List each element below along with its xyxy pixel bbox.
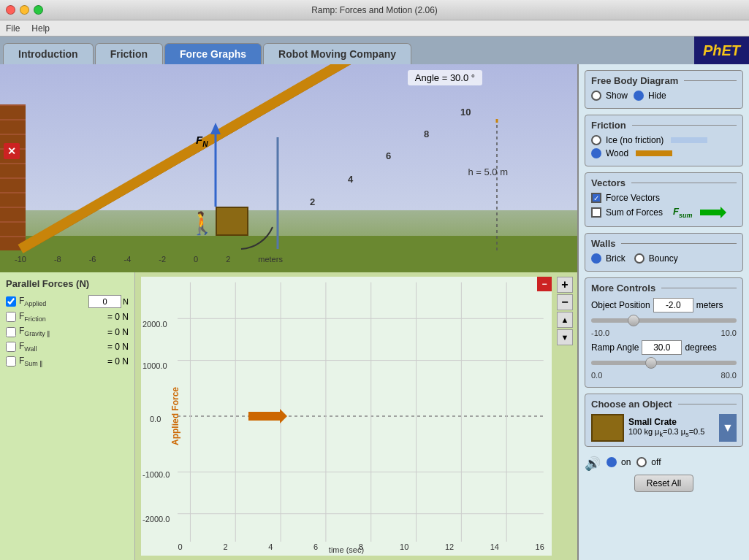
- x-label-0: 0: [194, 255, 198, 264]
- red-x-button[interactable]: ✕: [4, 143, 20, 159]
- object-position-slider-track[interactable]: [591, 318, 737, 323]
- sound-on-radio[interactable]: [607, 457, 617, 467]
- window-title: Ramp: Forces and Motion (2.06): [311, 5, 438, 15]
- object-info: Small Crate 100 kg μk=0.3 μs=0.5: [628, 417, 715, 438]
- x-label-16: 16: [536, 542, 544, 551]
- sum-of-forces-checkbox[interactable]: [591, 207, 601, 218]
- y-label-1000: 1000.0: [142, 361, 167, 370]
- free-body-show-row: Show: [591, 91, 628, 101]
- ramp-angle-slider-track[interactable]: [591, 361, 737, 365]
- reset-all-btn[interactable]: Reset All: [634, 475, 693, 492]
- menu-help[interactable]: Help: [31, 23, 50, 34]
- free-body-show-label: Show: [606, 91, 628, 101]
- y-label-0: 0.0: [150, 415, 161, 423]
- zoom-down-btn[interactable]: ▼: [557, 329, 573, 345]
- ramp-angle-input[interactable]: [642, 340, 682, 355]
- zoom-up-btn[interactable]: ▲: [557, 312, 573, 328]
- object-position-unit: meters: [696, 300, 723, 310]
- ramp-angle-unit: degrees: [685, 342, 716, 353]
- more-controls-title: More Controls: [591, 283, 737, 294]
- friction-ice-radio[interactable]: [591, 135, 601, 145]
- force-friction-checkbox[interactable]: [6, 312, 16, 322]
- force-applied-input[interactable]: [88, 295, 121, 308]
- fsum-arrow-head: [721, 207, 726, 218]
- wall-bouncy-row: Bouncy: [634, 253, 678, 264]
- force-vectors-label: Force Vectors: [606, 193, 660, 203]
- force-wall-row: FWall = 0 N: [6, 341, 129, 353]
- force-applied-unit: N: [123, 297, 129, 306]
- simulation-canvas: 10 8 6 4 2 FN: [0, 64, 577, 272]
- force-vectors-row: ✓ Force Vectors: [591, 193, 737, 203]
- walls-section: Walls Brick Bouncy: [585, 233, 743, 272]
- character-figure: 🚶: [189, 210, 216, 236]
- window-controls: [6, 5, 43, 15]
- fn-label: FN: [196, 134, 208, 148]
- object-position-row: Object Position meters: [591, 298, 737, 312]
- free-body-hide-radio[interactable]: [634, 91, 644, 101]
- graph-close-btn[interactable]: −: [537, 277, 552, 291]
- y-label-neg1000: -1000.0: [142, 470, 170, 479]
- x-label-14: 14: [490, 542, 499, 551]
- force-applied-row: FApplied N: [6, 295, 129, 308]
- force-vectors-checkbox[interactable]: ✓: [591, 193, 601, 203]
- sound-icon: 🔊: [585, 456, 601, 472]
- zoom-out-btn[interactable]: −: [557, 294, 573, 310]
- object-position-input[interactable]: [653, 298, 693, 312]
- wall-brick-label: Brick: [606, 253, 626, 264]
- sound-off-label: off: [651, 457, 661, 467]
- force-sum-row: FSum ‖ = 0 N: [6, 356, 129, 367]
- wall-brick-radio[interactable]: [591, 253, 601, 264]
- sound-on-row: on: [607, 457, 631, 467]
- x-label--2: -2: [159, 255, 166, 264]
- object-chooser-section: Choose an Object Small Crate 100 kg μk=0…: [585, 394, 743, 447]
- free-body-hide-row: Hide: [634, 91, 666, 101]
- zoom-controls: + − ▲ ▼: [557, 277, 573, 345]
- menu-file[interactable]: File: [6, 23, 20, 34]
- x-label-12: 12: [445, 542, 454, 551]
- tab-robot-moving-company[interactable]: Robot Moving Company: [263, 43, 411, 64]
- tab-force-graphs[interactable]: Force Graphs: [164, 43, 262, 64]
- ice-color-swatch: [671, 137, 707, 143]
- sound-off-row: off: [636, 457, 661, 467]
- object-chooser-title: Choose an Object: [591, 399, 737, 410]
- ramp-angle-min: 0.0: [591, 371, 602, 380]
- free-body-diagram-section: Free Body Diagram Show Hide: [585, 70, 743, 109]
- sound-off-radio[interactable]: [636, 457, 647, 467]
- tab-introduction[interactable]: Introduction: [3, 43, 94, 64]
- graph-area: Applied Force: [135, 272, 577, 560]
- object-dropdown-btn[interactable]: ▼: [719, 414, 737, 442]
- object-position-slider-thumb[interactable]: [628, 315, 639, 326]
- close-window-btn[interactable]: [6, 5, 15, 15]
- object-position-label: Object Position: [591, 300, 650, 310]
- zoom-in-btn[interactable]: +: [557, 277, 573, 293]
- menubar: File Help: [0, 20, 749, 37]
- force-applied-checkbox[interactable]: [6, 296, 16, 307]
- fsum-label: Fsum: [673, 206, 692, 219]
- minimize-window-btn[interactable]: [20, 5, 29, 15]
- sum-of-forces-label: Sum of Forces: [606, 207, 663, 218]
- x-label-4: 4: [268, 542, 273, 551]
- force-graph-svg: 2000.0 1000.0 0.0 -1000.0 -2000.0 0 2 4 …: [141, 277, 552, 556]
- force-sum-checkbox[interactable]: [6, 356, 16, 367]
- fn-subscript: N: [202, 140, 208, 148]
- x-label--8: -8: [54, 255, 61, 264]
- force-gravity-row: FGravity ‖ = 0 N: [6, 326, 129, 337]
- wall-brick-row: Brick: [591, 253, 626, 264]
- tab-friction[interactable]: Friction: [95, 43, 163, 64]
- maximize-window-btn[interactable]: [34, 5, 43, 15]
- y-axis-label: Applied Force: [170, 372, 180, 460]
- force-wall-checkbox[interactable]: [6, 342, 16, 352]
- y-label-neg2000: -2000.0: [142, 515, 170, 523]
- friction-title: Friction: [591, 120, 737, 131]
- applied-arrow-body: [248, 412, 281, 421]
- force-gravity-checkbox[interactable]: [6, 327, 16, 337]
- friction-wood-radio[interactable]: [591, 148, 601, 158]
- x-label-0: 0: [178, 542, 183, 551]
- force-gravity-value: = 0 N: [107, 327, 129, 337]
- wall-bouncy-radio[interactable]: [634, 253, 645, 264]
- free-body-hide-label: Hide: [648, 91, 666, 101]
- free-body-show-radio[interactable]: [591, 91, 601, 101]
- sum-of-forces-row: Sum of Forces Fsum: [591, 206, 737, 219]
- ramp-angle-slider-thumb[interactable]: [645, 357, 657, 369]
- x-label-10: 10: [400, 542, 408, 551]
